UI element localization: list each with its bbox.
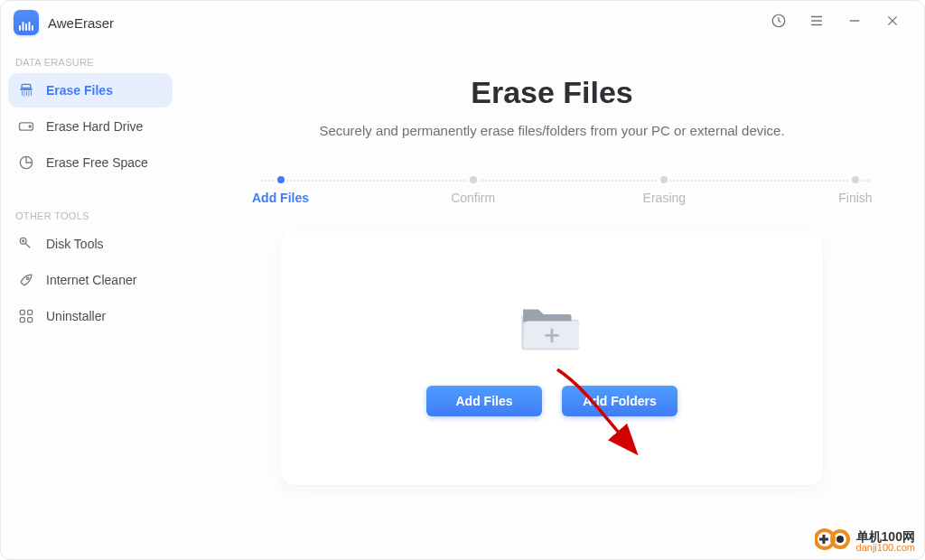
hard-drive-icon: [17, 117, 35, 135]
pie-chart-icon: [17, 154, 35, 172]
action-button-row: Add Files Add Folders: [426, 386, 677, 416]
add-files-button[interactable]: Add Files: [426, 386, 542, 416]
page-subtitle: Securely and permanently erase files/fol…: [216, 123, 888, 138]
svg-rect-20: [20, 318, 24, 322]
step-dot-icon: [852, 176, 859, 183]
sidebar-section-other-tools: OTHER TOOLS: [8, 203, 173, 227]
minimize-button[interactable]: [836, 5, 874, 41]
sidebar: DATA ERASURE Erase Files Erase Hard Driv…: [1, 44, 180, 559]
svg-point-13: [29, 126, 31, 127]
step-confirm: Confirm: [446, 176, 500, 205]
step-dot-icon: [660, 176, 668, 183]
sidebar-item-erase-files[interactable]: Erase Files: [8, 73, 173, 107]
sidebar-item-disk-tools[interactable]: Disk Tools: [8, 227, 173, 261]
drop-zone-card: Add Files Add Folders: [281, 232, 823, 485]
history-button[interactable]: [760, 5, 798, 41]
svg-rect-1: [23, 22, 24, 31]
step-erasing: Erasing: [637, 176, 691, 205]
app-title: AweEraser: [48, 15, 114, 31]
step-add-files: Add Files: [252, 176, 309, 205]
app-window: AweEraser: [0, 0, 925, 560]
page-title: Erase Files: [216, 75, 888, 110]
app-logo-icon: [14, 10, 39, 35]
svg-rect-4: [32, 25, 33, 31]
add-folders-button[interactable]: Add Folders: [562, 386, 677, 416]
sidebar-item-label: Erase Free Space: [46, 155, 148, 170]
sidebar-item-uninstaller[interactable]: Uninstaller: [8, 299, 173, 333]
apps-grid-icon: [17, 307, 35, 325]
step-label: Erasing: [643, 191, 686, 205]
svg-rect-3: [29, 22, 31, 31]
rocket-icon: [17, 271, 35, 289]
disk-tools-icon: [17, 235, 35, 253]
folder-add-icon: [516, 301, 588, 355]
clock-icon: [771, 13, 787, 33]
step-label: Add Files: [252, 191, 309, 205]
svg-rect-18: [20, 310, 24, 314]
step-label: Finish: [838, 191, 872, 205]
step-label: Confirm: [451, 191, 495, 205]
svg-point-16: [23, 240, 24, 242]
sidebar-item-label: Internet Cleaner: [46, 273, 136, 287]
sidebar-section-data-erasure: DATA ERASURE: [8, 50, 173, 73]
sidebar-item-label: Uninstaller: [46, 309, 106, 323]
menu-button[interactable]: [798, 5, 836, 41]
svg-rect-21: [28, 318, 33, 322]
sidebar-item-label: Erase Hard Drive: [46, 119, 143, 134]
shredder-icon: [17, 81, 35, 99]
svg-rect-0: [19, 25, 21, 31]
close-icon: [885, 14, 900, 32]
svg-rect-2: [25, 23, 27, 31]
progress-stepper: Add Files Confirm Erasing Finish: [216, 176, 888, 205]
main-content: Erase Files Securely and permanently era…: [180, 44, 924, 559]
sidebar-item-label: Disk Tools: [46, 237, 104, 251]
sidebar-item-erase-free-space[interactable]: Erase Free Space: [8, 145, 173, 180]
svg-point-17: [26, 277, 29, 280]
sidebar-item-label: Erase Files: [46, 83, 113, 98]
svg-rect-19: [28, 310, 33, 314]
step-dot-icon: [470, 176, 477, 183]
step-finish: Finish: [828, 176, 883, 205]
sidebar-item-erase-hard-drive[interactable]: Erase Hard Drive: [8, 109, 173, 144]
sidebar-item-internet-cleaner[interactable]: Internet Cleaner: [8, 263, 173, 297]
titlebar: AweEraser: [1, 1, 924, 44]
step-dot-icon: [277, 176, 285, 183]
close-button[interactable]: [874, 5, 911, 41]
menu-icon: [808, 13, 825, 33]
minimize-icon: [846, 13, 863, 33]
